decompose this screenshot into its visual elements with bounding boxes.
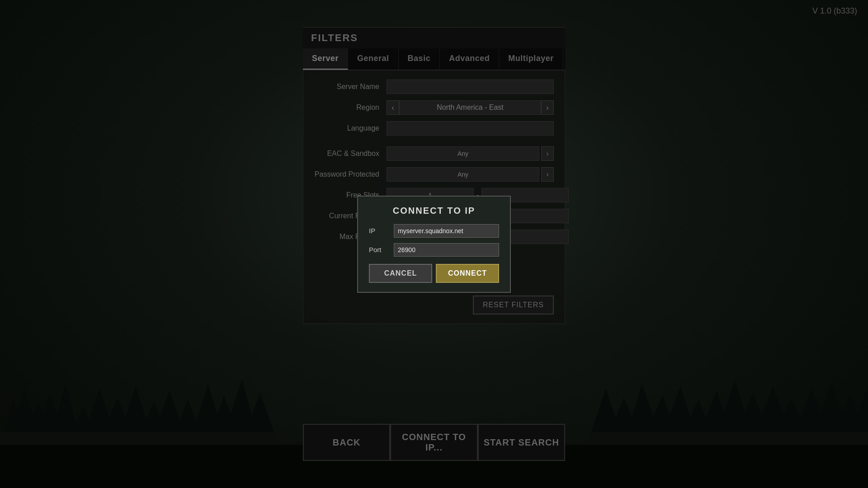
dialog-port-label: Port: [369, 246, 394, 253]
dialog-cancel-button[interactable]: CANCEL: [369, 264, 432, 283]
dialog-ip-label: IP: [369, 227, 394, 235]
connect-to-ip-dialog: CONNECT TO IP IP Port CANCEL CONNECT: [357, 196, 511, 293]
dialog-buttons: CANCEL CONNECT: [369, 264, 499, 283]
dialog-connect-button[interactable]: CONNECT: [436, 264, 499, 283]
dialog-port-row: Port: [369, 243, 499, 257]
dialog-overlay: CONNECT TO IP IP Port CANCEL CONNECT: [0, 0, 868, 488]
dialog-port-input[interactable]: [394, 243, 499, 257]
dialog-ip-row: IP: [369, 224, 499, 238]
dialog-ip-input[interactable]: [394, 224, 499, 238]
dialog-title: CONNECT TO IP: [369, 206, 499, 216]
